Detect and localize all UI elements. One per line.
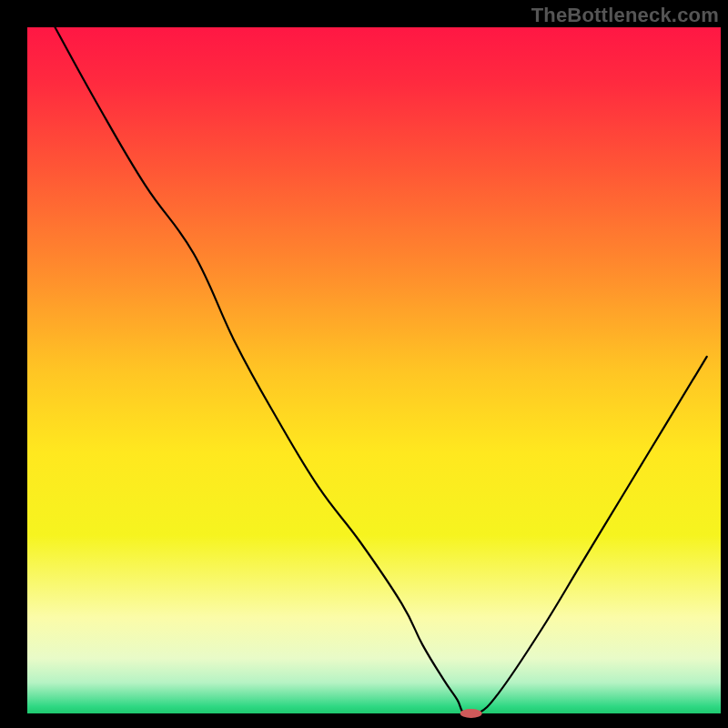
watermark-label: TheBottleneck.com — [531, 4, 719, 27]
optimal-marker — [460, 709, 482, 718]
plot-background — [27, 27, 721, 713]
bottleneck-chart — [0, 0, 728, 728]
chart-stage: TheBottleneck.com — [0, 0, 728, 728]
